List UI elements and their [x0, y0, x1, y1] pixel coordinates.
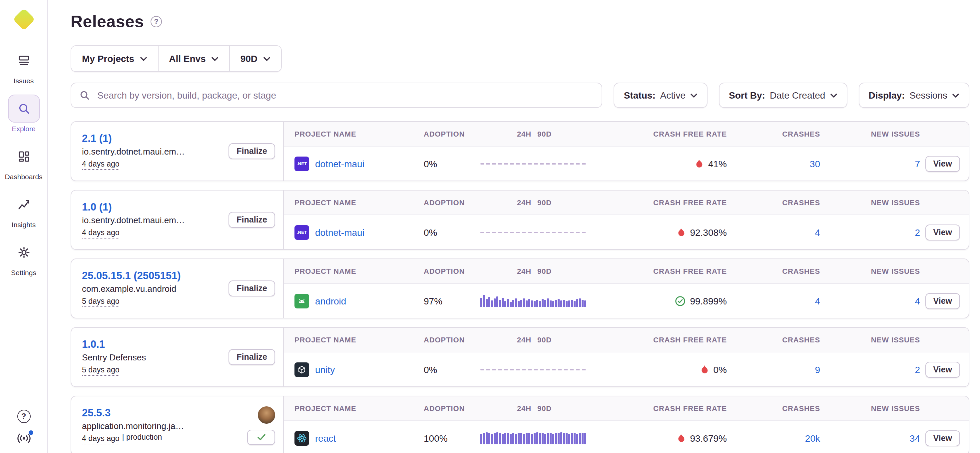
release-summary: 25.05.15.1 (2505151) com.example.vu.andr…	[71, 259, 284, 318]
column-header-crash-free: CRASH FREE RATE	[653, 130, 727, 138]
finalize-button[interactable]: Finalize	[229, 143, 275, 159]
release-version-link[interactable]: 1.0.1	[82, 339, 223, 350]
search-input[interactable]	[96, 89, 594, 101]
org-logo[interactable]	[14, 10, 33, 29]
status-label: Status:	[624, 90, 655, 100]
sidebar-item-settings[interactable]: Settings	[8, 238, 40, 277]
column-header-project: PROJECT NAME	[284, 130, 424, 138]
view-button[interactable]: View	[925, 156, 960, 172]
view-button[interactable]: View	[925, 293, 960, 309]
empty-sparkline	[480, 163, 587, 164]
broadcast-icon[interactable]	[16, 432, 31, 448]
column-header-crash-free: CRASH FREE RATE	[653, 336, 727, 344]
date-range-filter-button[interactable]: 90D	[230, 46, 281, 71]
release-package: io.sentry.dotnet.maui.em…	[82, 215, 223, 225]
project-link[interactable]: react	[284, 431, 424, 445]
sidebar-bottom: ?	[16, 410, 31, 453]
column-header-crashes: CRASHES	[782, 199, 820, 207]
release-age: 4 days ago	[82, 227, 119, 238]
release-version-link[interactable]: 1.0 (1)	[82, 201, 223, 213]
column-header-24h: 24H	[517, 267, 531, 275]
column-header-chart: 24H 90D	[480, 130, 588, 138]
crashes-count[interactable]: 4	[815, 296, 820, 306]
chevron-down-icon	[211, 56, 218, 61]
column-header-chart: 24H 90D	[480, 404, 588, 412]
empty-sparkline	[480, 232, 587, 233]
release-table: PROJECT NAME ADOPTION 24H 90D CRASH FREE…	[284, 191, 969, 249]
help-icon[interactable]: ?	[17, 410, 30, 423]
release-version-link[interactable]: 25.5.3	[82, 407, 242, 419]
display-dropdown[interactable]: Display: Sessions	[858, 83, 969, 108]
new-issues-count[interactable]: 7	[915, 158, 920, 169]
crashes-count[interactable]: 30	[810, 158, 820, 169]
column-header-crash-free: CRASH FREE RATE	[653, 267, 727, 275]
column-header-crashes: CRASHES	[782, 336, 820, 344]
display-label: Display:	[869, 90, 905, 100]
sidebar-item-issues[interactable]: Issues	[8, 47, 40, 84]
column-header-new-issues: NEW ISSUES	[871, 199, 920, 207]
search-icon	[79, 90, 90, 100]
crash-free-value: 99.899%	[690, 296, 727, 306]
column-header-new-issues: NEW ISSUES	[871, 130, 920, 138]
finalize-button[interactable]: Finalize	[229, 280, 275, 296]
column-header-new-issues: NEW ISSUES	[871, 404, 920, 412]
adoption-sparkline	[480, 295, 588, 307]
page-header: Releases ?	[71, 11, 969, 32]
sort-dropdown[interactable]: Sort By: Date Created	[719, 83, 847, 108]
sidebar-item-dashboards[interactable]: Dashboards	[5, 143, 42, 181]
android-icon	[294, 294, 309, 308]
sidebar-item-explore[interactable]: Explore	[8, 95, 40, 133]
release-age: 5 days ago	[82, 296, 119, 307]
column-header-project: PROJECT NAME	[284, 336, 424, 344]
release-table-header: PROJECT NAME ADOPTION 24H 90D CRASH FREE…	[284, 396, 969, 421]
column-header-crash-free: CRASH FREE RATE	[653, 404, 727, 412]
project-name: react	[315, 433, 336, 443]
avatar	[258, 406, 275, 424]
new-issues-count[interactable]: 2	[915, 364, 920, 375]
release-table-row: android 97% 99.899% 4 4 View	[284, 284, 969, 318]
release-package: Sentry Defenses	[82, 353, 223, 362]
finalize-button[interactable]: Finalize	[229, 212, 275, 228]
project-link[interactable]: .NET dotnet-maui	[284, 225, 424, 240]
projects-filter-button[interactable]: My Projects	[71, 46, 158, 71]
adoption-value: 0%	[424, 364, 480, 375]
new-issues-count[interactable]: 4	[915, 296, 920, 306]
environments-filter-button[interactable]: All Envs	[158, 46, 230, 71]
project-link[interactable]: .NET dotnet-maui	[284, 156, 424, 171]
crash-free-value: 41%	[708, 158, 727, 169]
explore-icon	[8, 95, 40, 122]
search-box	[71, 83, 603, 108]
column-header-24h: 24H	[517, 336, 531, 344]
adoption-value: 100%	[424, 433, 480, 443]
release-card: 1.0.1 Sentry Defenses 5 days ago Finaliz…	[71, 327, 969, 387]
release-version-link[interactable]: 25.05.15.1 (2505151)	[82, 270, 223, 282]
view-button[interactable]: View	[925, 224, 960, 240]
page-help-icon[interactable]: ?	[151, 16, 162, 27]
sidebar-nav: Issues Explore Dashboards	[5, 47, 42, 277]
finalize-button[interactable]: Finalize	[229, 349, 275, 365]
project-link[interactable]: android	[284, 294, 424, 308]
release-version-link[interactable]: 2.1 (1)	[82, 133, 223, 145]
dotnet-icon: .NET	[294, 156, 309, 171]
crashes-count[interactable]: 4	[815, 227, 820, 237]
new-issues-count[interactable]: 2	[915, 227, 920, 237]
new-issues-count[interactable]: 34	[910, 433, 920, 443]
column-header-24h: 24H	[517, 404, 531, 412]
status-dropdown[interactable]: Status: Active	[614, 83, 708, 108]
sidebar-item-insights[interactable]: Insights	[8, 191, 40, 229]
release-table: PROJECT NAME ADOPTION 24H 90D CRASH FREE…	[284, 328, 969, 386]
release-package: io.sentry.dotnet.maui.em…	[82, 146, 223, 157]
crash-free-cell: 0%	[700, 364, 727, 375]
column-header-90d: 90D	[537, 404, 552, 412]
crashes-count[interactable]: 20k	[805, 433, 820, 443]
column-header-adoption: ADOPTION	[424, 130, 480, 138]
project-link[interactable]: unity	[284, 362, 424, 377]
view-button[interactable]: View	[925, 430, 960, 446]
column-header-90d: 90D	[537, 130, 552, 138]
fire-icon	[676, 227, 685, 237]
column-header-chart: 24H 90D	[480, 267, 588, 275]
view-button[interactable]: View	[925, 361, 960, 377]
crashes-count[interactable]: 9	[815, 364, 820, 375]
display-value: Sessions	[909, 90, 947, 100]
finalized-check-button[interactable]	[247, 430, 275, 445]
